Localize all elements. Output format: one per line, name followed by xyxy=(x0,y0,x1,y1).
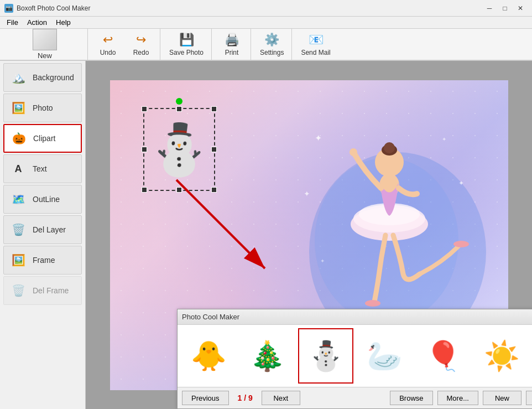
menubar: File Action Help xyxy=(0,17,532,29)
clipart-label: Clipart xyxy=(33,134,55,143)
minimize-button[interactable]: ─ xyxy=(482,3,497,14)
canvas-area: ✦ ✦ ✦ ✦ ✦ 🌲 ⛄ xyxy=(86,61,532,409)
redo-label: Redo xyxy=(133,49,149,56)
more-button[interactable]: More... xyxy=(437,391,478,405)
clipart-emoji-2: 🎄 xyxy=(249,339,285,373)
new-thumbnail xyxy=(33,29,57,50)
dialog-titlebar: Photo Cool Maker ✕ xyxy=(178,309,532,325)
resize-handle-tl[interactable] xyxy=(142,106,147,112)
window-controls: ─ □ ✕ xyxy=(482,3,528,14)
snowman-selected[interactable]: ⛄ xyxy=(143,108,215,191)
menu-help[interactable]: Help xyxy=(51,17,75,28)
menu-action[interactable]: Action xyxy=(23,17,51,28)
clipart-emoji-6: ☀️ xyxy=(484,339,520,373)
dialog-footer: Previous 1 / 9 Next Browse More... New O… xyxy=(178,387,532,408)
svg-point-9 xyxy=(350,148,357,156)
settings-button[interactable]: ⚙️ Settings xyxy=(254,30,289,58)
save-icon: 💾 xyxy=(179,33,194,47)
clipart-item-2[interactable]: 🎄 xyxy=(239,328,295,384)
new-label: New xyxy=(38,51,52,60)
dellayer-label: Del Layer xyxy=(33,225,66,234)
resize-handle-bl[interactable] xyxy=(142,187,147,193)
rotate-handle[interactable] xyxy=(176,98,182,105)
toolbar: New ↩ Undo ↪ Redo 💾 Save Photo 🖨️ Print … xyxy=(0,29,532,61)
clipart-item-4[interactable]: 🦢 xyxy=(357,328,412,384)
new-button[interactable]: New xyxy=(483,391,521,405)
save-button[interactable]: 💾 Save Photo xyxy=(164,30,209,58)
sidebar: 🏔️ Background 🖼️ Photo 🎃 Clipart A Text … xyxy=(0,61,86,409)
maximize-button[interactable]: □ xyxy=(498,3,512,14)
clipart-item-1[interactable]: 🐥 xyxy=(181,328,236,384)
frame-label: Frame xyxy=(33,256,55,265)
save-label: Save Photo xyxy=(169,49,204,56)
delframe-label: Del Frame xyxy=(33,286,69,295)
undo-label: Undo xyxy=(100,49,116,56)
photo-icon: 🖼️ xyxy=(8,98,28,118)
clipart-dialog: Photo Cool Maker ✕ 🐥 🎄 ⛄ 🦢 🎈 xyxy=(177,309,532,409)
resize-handle-mr[interactable] xyxy=(211,147,217,152)
clipart-item-5[interactable]: 🎈 xyxy=(415,328,471,384)
text-icon: A xyxy=(8,159,28,179)
clipart-icon: 🎃 xyxy=(9,128,29,148)
ok-button[interactable]: Ok xyxy=(526,391,532,405)
toolbar-print: 🖨️ Print xyxy=(213,29,251,60)
print-button[interactable]: 🖨️ Print xyxy=(215,30,248,58)
outline-icon: 🗺️ xyxy=(8,189,28,209)
redo-button[interactable]: ↪ Redo xyxy=(124,30,158,58)
sendmail-icon: 📧 xyxy=(309,33,324,47)
clipart-item-6[interactable]: ☀️ xyxy=(474,328,529,384)
close-button[interactable]: ✕ xyxy=(513,3,528,14)
sendmail-button[interactable]: 📧 Send Mail xyxy=(295,30,336,58)
dialog-content: 🐥 🎄 ⛄ 🦢 🎈 ☀️ xyxy=(178,325,532,387)
svg-point-10 xyxy=(365,300,380,307)
svg-text:✦: ✦ xyxy=(458,179,464,187)
resize-handle-br[interactable] xyxy=(211,187,217,193)
resize-handle-bm[interactable] xyxy=(176,187,182,193)
clipart-item-3[interactable]: ⛄ xyxy=(298,328,353,384)
menu-file[interactable]: File xyxy=(2,17,23,28)
clipart-emoji-5: 🎈 xyxy=(425,339,461,373)
app-title: Boxoft Photo Cool Maker xyxy=(17,4,482,12)
next-button[interactable]: Next xyxy=(262,391,300,405)
previous-button[interactable]: Previous xyxy=(182,391,229,405)
svg-point-11 xyxy=(453,241,469,247)
resize-handle-tr[interactable] xyxy=(211,106,217,112)
browse-button[interactable]: Browse xyxy=(390,391,432,405)
undo-icon: ↩ xyxy=(103,33,113,47)
sidebar-item-background[interactable]: 🏔️ Background xyxy=(3,63,82,92)
clipart-emoji-3: ⛄ xyxy=(308,339,344,373)
titlebar: 📷 Boxoft Photo Cool Maker ─ □ ✕ xyxy=(0,0,532,17)
svg-point-5 xyxy=(384,142,395,153)
svg-text:✦: ✦ xyxy=(320,258,325,264)
main-area: 🏔️ Background 🖼️ Photo 🎃 Clipart A Text … xyxy=(0,61,532,409)
snowman-image: ⛄ xyxy=(144,109,214,190)
resize-handle-tm[interactable] xyxy=(176,106,182,112)
frame-icon: 🖼️ xyxy=(8,250,28,270)
resize-handle-ml[interactable] xyxy=(142,147,147,152)
settings-icon: ⚙️ xyxy=(264,33,279,47)
sidebar-item-dellayer[interactable]: 🗑️ Del Layer xyxy=(3,215,82,244)
toolbar-sendmail: 📧 Send Mail xyxy=(293,29,338,60)
sidebar-item-text[interactable]: A Text xyxy=(3,154,82,183)
outline-label: OutLine xyxy=(33,195,60,204)
sidebar-item-frame[interactable]: 🖼️ Frame xyxy=(3,246,82,275)
redo-icon: ↪ xyxy=(136,33,146,47)
svg-text:✦: ✦ xyxy=(315,133,322,143)
dialog-title-text: Photo Cool Maker xyxy=(182,313,532,321)
sidebar-item-photo[interactable]: 🖼️ Photo xyxy=(3,94,82,122)
clipart-emoji-1: 🐥 xyxy=(191,339,227,373)
background-icon: 🏔️ xyxy=(8,68,28,87)
svg-text:✦: ✦ xyxy=(304,189,310,198)
undo-button[interactable]: ↩ Undo xyxy=(91,30,124,58)
delframe-icon: 🗑️ xyxy=(8,281,28,301)
background-label: Background xyxy=(33,73,74,82)
print-label: Print xyxy=(225,49,239,56)
new-section[interactable]: New xyxy=(2,29,88,60)
snowman-emoji: ⛄ xyxy=(148,125,210,174)
text-label: Text xyxy=(33,164,47,173)
settings-label: Settings xyxy=(260,49,284,56)
photo-label: Photo xyxy=(33,103,53,112)
sidebar-item-clipart[interactable]: 🎃 Clipart xyxy=(3,124,82,153)
sidebar-item-outline[interactable]: 🗺️ OutLine xyxy=(3,185,82,214)
print-icon: 🖨️ xyxy=(225,33,239,47)
